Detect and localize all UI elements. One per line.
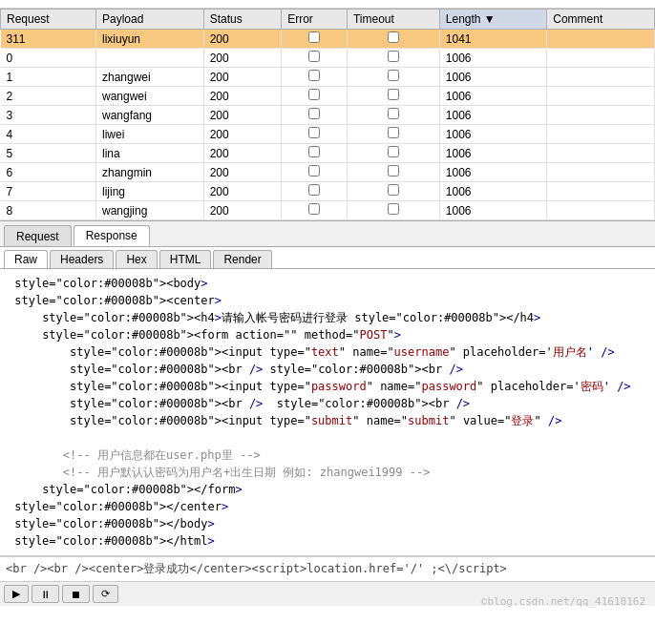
cell-status: 200 — [203, 87, 281, 106]
code-line: style="color:#00008b"><form action="" me… — [8, 326, 647, 343]
cell-error — [282, 144, 348, 163]
cell-error — [282, 182, 348, 201]
error-checkbox[interactable] — [308, 89, 320, 100]
bottom-btn-2[interactable]: ⏹ — [62, 585, 90, 603]
cell-status: 200 — [203, 49, 281, 68]
cell-payload: zhangwei — [95, 68, 203, 87]
cell-status: 200 — [203, 125, 281, 144]
code-line: <!-- 用户默认认密码为用户名+出生日期 例如: zhangwei1999 -… — [8, 464, 647, 481]
sub-tab-raw[interactable]: Raw — [4, 250, 48, 268]
cell-request: 7 — [1, 182, 96, 201]
code-line: style="color:#00008b"><br /> style="colo… — [8, 361, 647, 378]
cell-timeout — [347, 106, 439, 125]
sub-tab-html[interactable]: HTML — [159, 250, 212, 268]
cell-payload — [95, 49, 203, 68]
timeout-checkbox[interactable] — [388, 165, 399, 177]
col-header-request[interactable]: Request — [1, 10, 96, 30]
table-row[interactable]: 02001006 — [1, 49, 655, 68]
cell-comment — [547, 68, 655, 87]
code-line: style="color:#00008b"><center> — [8, 292, 647, 309]
cell-length: 1006 — [439, 49, 547, 68]
tab-request[interactable]: Request — [4, 225, 72, 246]
cell-error — [282, 106, 348, 125]
timeout-checkbox[interactable] — [388, 70, 399, 81]
cell-request: 0 — [1, 49, 96, 68]
cell-status: 200 — [203, 30, 281, 49]
table-row[interactable]: 8wangjing2001006 — [1, 201, 655, 220]
timeout-checkbox[interactable] — [388, 203, 399, 215]
results-table: RequestPayloadStatusErrorTimeoutLength ▼… — [0, 9, 655, 220]
error-checkbox[interactable] — [308, 51, 320, 62]
error-checkbox[interactable] — [308, 203, 320, 215]
timeout-checkbox[interactable] — [388, 146, 399, 157]
cell-request: 5 — [1, 144, 96, 163]
table-row[interactable]: 6zhangmin2001006 — [1, 163, 655, 182]
table-row[interactable]: 3wangfang2001006 — [1, 106, 655, 125]
table-row[interactable]: 2wangwei2001006 — [1, 87, 655, 106]
code-line — [8, 429, 647, 447]
cell-status: 200 — [203, 163, 281, 182]
table-row[interactable]: 311lixiuyun2001041 — [1, 30, 655, 49]
cell-request: 1 — [1, 68, 96, 87]
error-checkbox[interactable] — [308, 165, 320, 177]
cell-payload: zhangmin — [95, 163, 203, 182]
cell-timeout — [347, 49, 439, 68]
bottom-btn-0[interactable]: ▶ — [4, 585, 29, 603]
code-line: style="color:#00008b"></html> — [8, 532, 647, 550]
col-header-error[interactable]: Error — [282, 10, 348, 30]
bottom-btn-1[interactable]: ⏸ — [32, 585, 59, 603]
table-header-row: RequestPayloadStatusErrorTimeoutLength ▼… — [1, 10, 655, 30]
cell-timeout — [347, 163, 439, 182]
col-header-status[interactable]: Status — [203, 10, 281, 30]
error-checkbox[interactable] — [308, 184, 320, 196]
response-preview: <br /><br /><center>登录成功</center><script… — [0, 556, 655, 581]
bottom-btn-3[interactable]: ⟳ — [93, 585, 118, 603]
table-row[interactable]: 4liwei2001006 — [1, 125, 655, 144]
table-row[interactable]: 7lijing2001006 — [1, 182, 655, 201]
sub-tab-hex[interactable]: Hex — [116, 250, 157, 268]
cell-error — [282, 163, 348, 182]
cell-length: 1006 — [439, 68, 547, 87]
timeout-checkbox[interactable] — [388, 108, 399, 119]
error-checkbox[interactable] — [308, 146, 320, 157]
code-area: style="color:#00008b"><body> style="colo… — [0, 269, 655, 556]
table-body: 311lixiuyun2001041020010061zhangwei20010… — [1, 30, 655, 220]
sub-tab-render[interactable]: Render — [213, 250, 271, 268]
code-line: style="color:#00008b"><br /> style="colo… — [8, 395, 647, 412]
cell-timeout — [347, 68, 439, 87]
timeout-checkbox[interactable] — [388, 89, 399, 100]
cell-timeout — [347, 144, 439, 163]
col-header-comment[interactable]: Comment — [547, 10, 655, 30]
cell-payload: wangwei — [95, 87, 203, 106]
code-line: <!-- 用户信息都在user.php里 --> — [8, 447, 647, 464]
cell-request: 6 — [1, 163, 96, 182]
cell-error — [282, 68, 348, 87]
error-checkbox[interactable] — [308, 108, 320, 119]
cell-request: 8 — [1, 201, 96, 220]
cell-timeout — [347, 201, 439, 220]
col-header-payload[interactable]: Payload — [95, 10, 203, 30]
watermark: ©blog.csdn.net/qq_41618162 — [481, 595, 645, 606]
timeout-checkbox[interactable] — [388, 51, 399, 62]
filter-bar — [0, 0, 655, 9]
cell-request: 311 — [1, 30, 96, 49]
code-line: style="color:#00008b"></center> — [8, 498, 647, 515]
main-tabs: RequestResponse — [0, 221, 655, 247]
code-line: style="color:#00008b"><input type="text"… — [8, 343, 647, 361]
timeout-checkbox[interactable] — [388, 127, 399, 138]
col-header-timeout[interactable]: Timeout — [347, 10, 439, 30]
error-checkbox[interactable] — [308, 127, 320, 138]
col-header-length[interactable]: Length ▼ — [439, 10, 547, 30]
timeout-checkbox[interactable] — [388, 31, 399, 43]
tab-response[interactable]: Response — [74, 225, 150, 246]
error-checkbox[interactable] — [308, 31, 320, 43]
table-row[interactable]: 5lina2001006 — [1, 144, 655, 163]
cell-status: 200 — [203, 68, 281, 87]
sub-tab-headers[interactable]: Headers — [50, 250, 114, 268]
timeout-checkbox[interactable] — [388, 184, 399, 196]
cell-status: 200 — [203, 182, 281, 201]
cell-status: 200 — [203, 106, 281, 125]
error-checkbox[interactable] — [308, 70, 320, 81]
table-row[interactable]: 1zhangwei2001006 — [1, 68, 655, 87]
cell-comment — [547, 144, 655, 163]
